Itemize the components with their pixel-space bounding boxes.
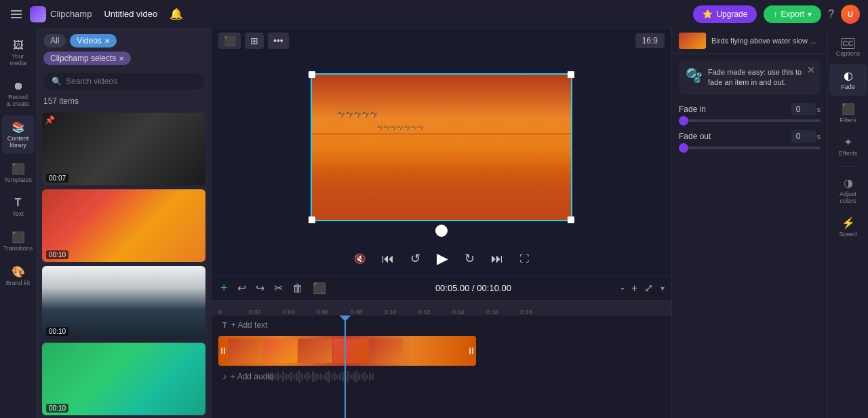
- sidebar-item-transitions[interactable]: ⬛ Transitions: [2, 225, 35, 257]
- fade-in-slider-thumb[interactable]: [679, 116, 688, 126]
- fade-in-input[interactable]: [791, 103, 816, 115]
- fullscreen-button[interactable]: ⛶: [517, 250, 532, 267]
- sidebar-item-your-media[interactable]: 🖼 Your media: [2, 34, 35, 72]
- right-nav-effects[interactable]: ✦ Effects: [829, 130, 867, 162]
- timeline-content: T + Add text ⏸: [212, 316, 671, 418]
- logo-icon: [30, 6, 46, 22]
- videos-chip-close[interactable]: ✕: [104, 37, 110, 45]
- tooltip-close-button[interactable]: ✕: [807, 64, 815, 75]
- topbar-right: ⭐ Upgrade ↑ Export ▾ ? U: [693, 5, 860, 24]
- video-title[interactable]: Untitled video: [97, 6, 164, 22]
- filter-clipchamp-chip[interactable]: Clipchamp selects ✕: [43, 52, 131, 65]
- filter-bar: All Videos ✕ Clipchamp selects ✕: [37, 28, 211, 71]
- crop-tool-button[interactable]: ⬛: [218, 33, 241, 49]
- fade-in-slider-track[interactable]: [679, 119, 821, 122]
- library-icon: 📚: [12, 121, 25, 134]
- fade-out-slider-thumb[interactable]: [679, 143, 688, 153]
- video-frame: 🦅🦅🦅🦅🦅 🦅🦅🦅🦅🦅🦅🦅 ↻: [311, 73, 572, 221]
- resize-handle-bottom-right[interactable]: [568, 216, 574, 223]
- fit-timeline-button[interactable]: ⤢: [642, 280, 655, 297]
- undo-button[interactable]: ↩: [235, 280, 248, 297]
- captions-icon: CC: [841, 38, 856, 49]
- playhead[interactable]: [344, 316, 346, 418]
- items-count: 157 items: [37, 95, 211, 110]
- cut-button[interactable]: ✂: [272, 280, 285, 297]
- clipchamp-chip-close[interactable]: ✕: [119, 55, 124, 62]
- aspect-ratio-button[interactable]: 16:9: [635, 33, 665, 48]
- fade-out-label: Fade out: [679, 132, 711, 141]
- video-thumbnail[interactable]: 00:10: [42, 343, 205, 415]
- rotate-handle[interactable]: ↻: [435, 225, 448, 237]
- skip-forward-button[interactable]: ⏭: [488, 249, 506, 269]
- zoom-in-button[interactable]: +: [629, 280, 639, 297]
- speed-icon: ⚡: [842, 216, 855, 229]
- video-thumbnail[interactable]: 📌 00:07: [42, 113, 205, 185]
- fit-tool-button[interactable]: ⊞: [245, 33, 264, 49]
- chevron-down-icon: ▾: [808, 10, 812, 19]
- collapse-timeline-button[interactable]: ▾: [660, 284, 665, 293]
- export-button[interactable]: ↑ Export ▾: [764, 5, 821, 23]
- more-options-button[interactable]: ⬛: [311, 280, 328, 297]
- notification-icon[interactable]: 🔔: [170, 7, 183, 20]
- right-nav-fade[interactable]: ◐ Fade: [829, 64, 867, 96]
- ruler-mark-18: 0:18: [520, 309, 532, 316]
- birds-icon2: 🦅🦅🦅🦅🦅🦅🦅: [377, 126, 425, 132]
- transitions-icon: ⬛: [12, 231, 25, 244]
- clip-thumb-4: [334, 339, 368, 363]
- zoom-out-button[interactable]: -: [618, 280, 626, 297]
- add-clip-button[interactable]: +: [218, 279, 230, 297]
- left-panel: All Videos ✕ Clipchamp selects ✕ 🔍 157 i…: [37, 28, 212, 418]
- add-text-track[interactable]: T + Add text: [218, 316, 665, 335]
- playback-controls: 🔇 ⏮ ↺ ▶ ↻ ⏭ ⛶: [212, 242, 671, 276]
- fade-out-input[interactable]: [791, 130, 816, 142]
- video-thumbnail[interactable]: 00:10: [42, 266, 205, 339]
- filter-videos-chip[interactable]: Videos ✕: [70, 34, 116, 48]
- more-tool-button[interactable]: •••: [268, 33, 289, 49]
- thumb-duration: 00:07: [46, 174, 68, 183]
- avatar[interactable]: U: [841, 5, 860, 24]
- upgrade-button[interactable]: ⭐ Upgrade: [693, 5, 757, 23]
- right-nav-filters[interactable]: ⬛ Filters: [829, 97, 867, 129]
- fade-in-control: Fade in s: [679, 103, 821, 122]
- fade-emoji: 🫧: [686, 67, 703, 88]
- ruler-mark-14: 0:14: [452, 309, 465, 316]
- track-clip[interactable]: ⏸ ⏸: [218, 336, 476, 366]
- reflection: [312, 162, 571, 220]
- thumb-duration: 00:10: [46, 327, 68, 336]
- forward-button[interactable]: ↻: [462, 248, 477, 269]
- clip-end-icon: ⏸: [467, 345, 476, 356]
- rewind-button[interactable]: ↺: [408, 248, 423, 269]
- export-icon: ↑: [773, 10, 777, 19]
- delete-button[interactable]: 🗑: [290, 280, 305, 297]
- video-thumbnail[interactable]: 00:10: [42, 189, 205, 262]
- redo-button[interactable]: ↪: [254, 280, 267, 297]
- help-icon[interactable]: ?: [828, 8, 834, 20]
- menu-icon[interactable]: [8, 7, 24, 21]
- fade-out-slider-track[interactable]: [679, 147, 821, 149]
- sidebar-item-content-library[interactable]: 📚 Content library: [2, 115, 35, 154]
- sidebar-item-text[interactable]: T Text: [2, 191, 35, 223]
- mute-button[interactable]: 🔇: [351, 250, 368, 267]
- app-name: Clipchamp: [50, 9, 92, 19]
- filter-all-chip[interactable]: All: [43, 34, 66, 48]
- record-icon: ⏺: [13, 80, 24, 92]
- play-button[interactable]: ▶: [434, 247, 451, 270]
- audio-track-icon: ♪: [222, 372, 226, 381]
- right-nav-adjust-colors[interactable]: ◑ Adjust colors: [829, 171, 867, 210]
- timeline-ruler: 0 0:02 0:04 0:06 0:08 0:10 0:12 0:14 0:1…: [212, 301, 671, 316]
- audio-waveform: [266, 370, 671, 383]
- resize-handle-bottom-left[interactable]: [309, 216, 315, 223]
- sidebar-item-record-create[interactable]: ⏺ Record & create: [2, 75, 35, 113]
- resize-handle-top-right[interactable]: [568, 71, 574, 78]
- fade-out-unit: s: [817, 132, 821, 140]
- topbar: Clipchamp Untitled video 🔔 ⭐ Upgrade ↑ E…: [0, 0, 868, 28]
- sidebar-item-brand-kit[interactable]: 🎨 Brand kit: [2, 260, 35, 292]
- right-nav-speed[interactable]: ⚡ Speed: [829, 211, 867, 243]
- skip-back-button[interactable]: ⏮: [379, 249, 397, 269]
- add-audio-track[interactable]: ♪ + Add audio: [218, 367, 665, 386]
- search-input[interactable]: [66, 77, 196, 86]
- sidebar-item-templates[interactable]: ⬛ Templates: [2, 157, 35, 189]
- resize-handle-top-left[interactable]: [309, 71, 315, 78]
- fade-in-unit: s: [817, 105, 821, 113]
- right-nav-captions[interactable]: CC Captions: [829, 33, 867, 62]
